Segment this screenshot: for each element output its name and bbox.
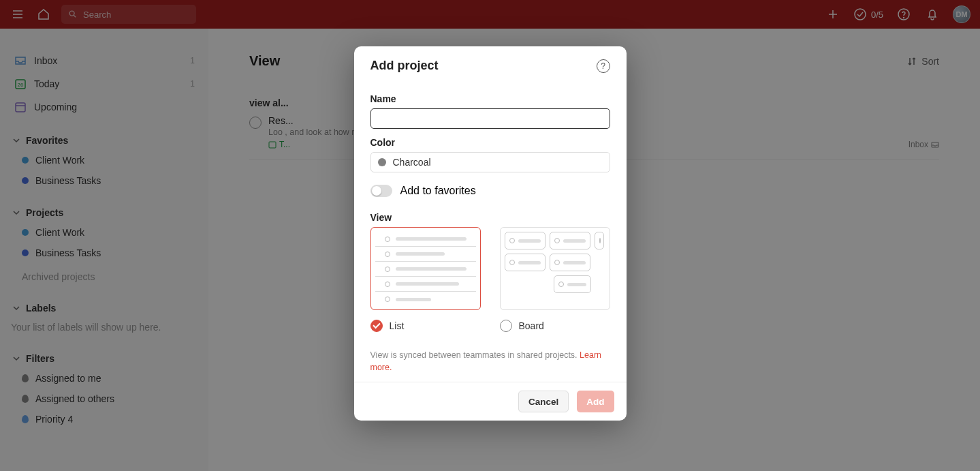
project-name-input[interactable]	[370, 108, 610, 129]
name-field-label: Name	[370, 93, 610, 104]
view-option-list[interactable]: List	[370, 227, 481, 332]
color-swatch	[378, 158, 386, 166]
cancel-button[interactable]: Cancel	[518, 391, 569, 412]
list-preview	[370, 227, 481, 310]
board-preview	[500, 227, 610, 310]
modal-help-icon[interactable]: ?	[597, 59, 610, 73]
list-radio[interactable]	[370, 320, 383, 332]
color-field-label: Color	[370, 137, 610, 148]
project-color-select[interactable]: Charcoal	[370, 152, 610, 172]
board-radio[interactable]	[500, 320, 512, 332]
view-option-board[interactable]: Board	[500, 227, 610, 332]
add-project-modal: Add project ? Name Color Charcoal Add to…	[354, 46, 627, 421]
favorites-toggle[interactable]	[370, 185, 392, 197]
modal-title: Add project	[370, 59, 439, 73]
sync-note: View is synced between teammates in shar…	[370, 350, 610, 374]
favorites-toggle-label: Add to favorites	[400, 185, 476, 197]
add-button[interactable]: Add	[577, 391, 614, 412]
view-field-label: View	[370, 212, 610, 223]
color-value-text: Charcoal	[393, 157, 431, 168]
